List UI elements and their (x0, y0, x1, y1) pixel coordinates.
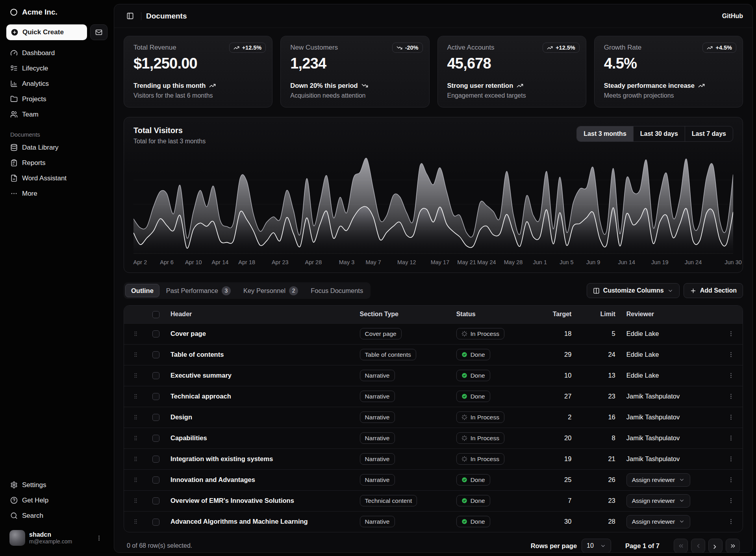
main-panel: Documents GitHub Total Revenue+12.5%$1,2… (114, 4, 753, 553)
trend-up-icon (209, 82, 216, 89)
kebab-icon (728, 518, 734, 525)
inbox-button[interactable] (90, 24, 107, 40)
github-link[interactable]: GitHub (722, 13, 743, 19)
kebab-icon (728, 414, 734, 421)
search-icon (10, 512, 18, 519)
sections-table-card: HeaderSection TypeStatusTargetLimitRevie… (124, 305, 743, 532)
drag-cell (124, 490, 147, 511)
next-page-button[interactable] (708, 539, 723, 553)
tab-past-performance[interactable]: Past Performance3 (160, 284, 237, 297)
row-drag-handle[interactable] (130, 516, 141, 528)
x-tick-label: May 24 (477, 259, 496, 265)
row-drag-handle[interactable] (130, 495, 141, 507)
stat-card-value: 45,678 (447, 55, 576, 72)
row-checkbox[interactable] (152, 372, 159, 379)
row-drag-handle[interactable] (130, 349, 141, 361)
target-cell: 27 (534, 386, 577, 407)
trend-badge: -20% (392, 43, 423, 53)
sidebar-item-settings[interactable]: Settings (6, 478, 107, 492)
row-checkbox[interactable] (152, 456, 159, 463)
range-last-30-days[interactable]: Last 30 days (633, 126, 685, 141)
last-page-button[interactable] (726, 539, 740, 553)
x-tick-label: May 17 (431, 259, 450, 265)
quick-create-button[interactable]: Quick Create (6, 24, 87, 40)
x-tick-label: May 3 (339, 259, 355, 265)
customize-columns-label: Customize Columns (603, 287, 664, 294)
sidebar-item-dashboard[interactable]: Dashboard (6, 46, 107, 60)
row-actions-button[interactable] (725, 495, 737, 507)
selected-rows-text: 0 of 68 row(s) selected. (127, 542, 192, 549)
sidebar-item-lifecycle[interactable]: Lifecycle (6, 61, 107, 76)
row-drag-handle[interactable] (130, 328, 141, 340)
sidebar-item-label: Get Help (22, 497, 48, 504)
table-toolbar: Customize Columns Add Section (587, 283, 743, 298)
first-page-button[interactable] (674, 539, 688, 553)
chevrons-right-icon (730, 543, 736, 549)
user-menu-button[interactable] (93, 532, 104, 543)
actions-cell (720, 449, 743, 469)
row-actions-button[interactable] (725, 516, 737, 528)
row-drag-handle[interactable] (130, 411, 141, 423)
row-actions-button[interactable] (725, 370, 737, 382)
sidebar-item-reports[interactable]: Reports (6, 156, 107, 170)
row-checkbox[interactable] (152, 519, 159, 526)
sidebar-item-get-help[interactable]: Get Help (6, 493, 107, 508)
row-checkbox[interactable] (152, 476, 159, 484)
table-row: Table of contentsTable of contentsDone29… (124, 344, 743, 365)
row-checkbox[interactable] (152, 435, 159, 442)
sidebar-item-projects[interactable]: Projects (6, 92, 107, 106)
tab-key-personnel[interactable]: Key Personnel2 (237, 284, 304, 297)
assign-reviewer-label: Assign reviewer (632, 476, 675, 484)
add-section-button[interactable]: Add Section (684, 283, 743, 298)
avatar (9, 530, 25, 546)
select-all-checkbox[interactable] (152, 311, 159, 318)
row-actions-button[interactable] (725, 474, 737, 486)
status-badge: Done (456, 349, 490, 360)
row-drag-handle[interactable] (130, 391, 141, 402)
select-all-header (147, 306, 165, 323)
status-badge: In Process (456, 453, 504, 465)
row-checkbox[interactable] (152, 497, 159, 504)
row-actions-button[interactable] (725, 349, 737, 361)
row-actions-button[interactable] (725, 411, 737, 423)
sidebar-item-word-assistant[interactable]: Word Assistant (6, 171, 107, 185)
row-actions-button[interactable] (725, 391, 737, 402)
row-checkbox[interactable] (152, 393, 159, 400)
tab-outline[interactable]: Outline (125, 284, 159, 297)
row-checkbox[interactable] (152, 414, 159, 421)
tab-focus-documents[interactable]: Focus Documents (305, 284, 369, 297)
range-last-3-months[interactable]: Last 3 months (577, 126, 633, 141)
trend-up-icon (707, 45, 713, 51)
sidebar-item-team[interactable]: Team (6, 107, 107, 122)
limit-cell: 8 (577, 428, 621, 449)
user-menu[interactable]: shadcn m@example.com (6, 527, 107, 549)
customize-columns-button[interactable]: Customize Columns (587, 283, 680, 298)
sidebar-toggle-button[interactable] (124, 10, 136, 22)
range-last-7-days[interactable]: Last 7 days (685, 126, 733, 141)
row-actions-button[interactable] (725, 453, 737, 465)
prev-page-button[interactable] (691, 539, 705, 553)
reviewer-name: Eddie Lake (626, 351, 659, 358)
org-switcher[interactable]: Acme Inc. (6, 4, 107, 20)
row-actions-button[interactable] (725, 328, 737, 340)
sidebar-item-search[interactable]: Search (6, 508, 107, 523)
row-drag-handle[interactable] (130, 370, 141, 382)
sidebar-item-more[interactable]: More (6, 186, 107, 201)
rows-per-page-select[interactable]: 10 (582, 539, 611, 553)
limit-cell: 5 (577, 323, 621, 344)
row-checkbox[interactable] (152, 351, 159, 358)
assign-reviewer-button[interactable]: Assign reviewer (626, 473, 690, 487)
kebab-icon (728, 393, 734, 400)
row-drag-handle[interactable] (130, 453, 141, 465)
row-drag-handle[interactable] (130, 474, 141, 486)
limit-cell: 13 (577, 365, 621, 386)
row-checkbox[interactable] (152, 330, 159, 337)
database-icon (10, 144, 18, 151)
assign-reviewer-button[interactable]: Assign reviewer (626, 494, 690, 508)
sidebar-item-analytics[interactable]: Analytics (6, 76, 107, 91)
assign-reviewer-button[interactable]: Assign reviewer (626, 515, 690, 528)
row-actions-button[interactable] (725, 432, 737, 444)
sidebar-item-data-library[interactable]: Data Library (6, 140, 107, 155)
table-row: Integration with existing systemsNarrati… (124, 449, 743, 469)
row-drag-handle[interactable] (130, 432, 141, 444)
